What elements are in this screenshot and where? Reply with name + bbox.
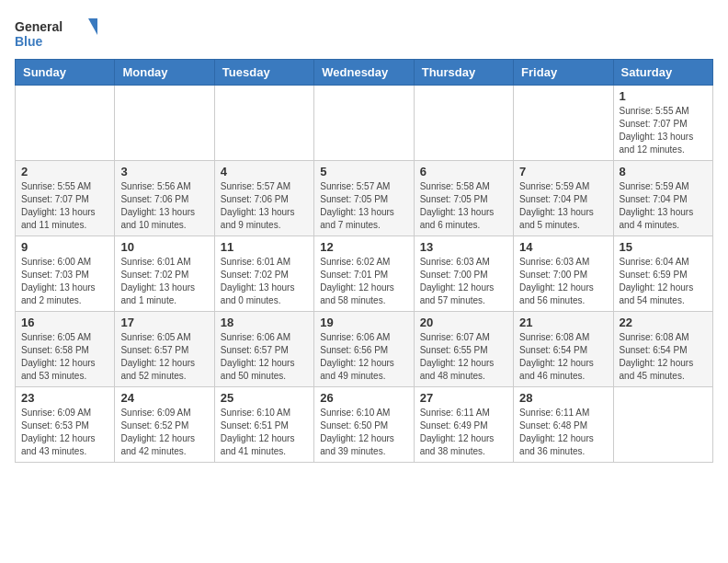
calendar-cell: 5Sunrise: 5:57 AM Sunset: 7:05 PM Daylig… [314,161,414,236]
calendar-cell: 19Sunrise: 6:06 AM Sunset: 6:56 PM Dayli… [314,312,414,387]
day-info: Sunrise: 5:59 AM Sunset: 7:04 PM Dayligh… [519,180,607,232]
calendar-cell: 17Sunrise: 6:05 AM Sunset: 6:57 PM Dayli… [115,312,214,387]
calendar-cell: 14Sunrise: 6:03 AM Sunset: 7:00 PM Dayli… [514,236,613,312]
calendar-cell: 4Sunrise: 5:57 AM Sunset: 7:06 PM Daylig… [214,161,313,236]
day-info: Sunrise: 6:01 AM Sunset: 7:02 PM Dayligh… [221,256,308,307]
day-number: 24 [120,391,208,405]
calendar-cell: 26Sunrise: 6:10 AM Sunset: 6:50 PM Dayli… [314,387,414,463]
day-number: 25 [221,391,308,405]
logo: General Blue [15,15,97,52]
day-info: Sunrise: 5:57 AM Sunset: 7:05 PM Dayligh… [320,180,407,232]
calendar-cell: 18Sunrise: 6:06 AM Sunset: 6:57 PM Dayli… [214,312,313,387]
day-info: Sunrise: 5:55 AM Sunset: 7:07 PM Dayligh… [21,180,108,232]
day-info: Sunrise: 6:11 AM Sunset: 6:48 PM Dayligh… [519,407,607,458]
day-info: Sunrise: 6:03 AM Sunset: 7:00 PM Dayligh… [420,256,507,307]
calendar-cell: 10Sunrise: 6:01 AM Sunset: 7:02 PM Dayli… [115,236,214,312]
weekday-header-tuesday: Tuesday [214,60,313,86]
day-number: 7 [519,165,607,178]
calendar-cell: 7Sunrise: 5:59 AM Sunset: 7:04 PM Daylig… [514,161,613,236]
day-number: 19 [320,316,407,329]
svg-marker-2 [88,18,97,35]
calendar-cell: 9Sunrise: 6:00 AM Sunset: 7:03 PM Daylig… [16,236,115,312]
day-info: Sunrise: 6:08 AM Sunset: 6:54 PM Dayligh… [519,331,607,383]
svg-text:General: General [15,19,63,34]
logo-svg: General Blue [15,15,97,52]
calendar-cell: 16Sunrise: 6:05 AM Sunset: 6:58 PM Dayli… [16,312,115,387]
calendar-cell [214,86,313,161]
day-info: Sunrise: 5:55 AM Sunset: 7:07 PM Dayligh… [620,105,707,156]
day-number: 3 [120,165,208,178]
day-info: Sunrise: 5:57 AM Sunset: 7:06 PM Dayligh… [221,180,308,232]
calendar-cell: 8Sunrise: 5:59 AM Sunset: 7:04 PM Daylig… [613,161,712,236]
day-number: 22 [620,316,707,329]
day-info: Sunrise: 6:05 AM Sunset: 6:57 PM Dayligh… [120,331,208,383]
calendar-cell [514,86,613,161]
day-number: 13 [420,240,507,254]
calendar-cell: 21Sunrise: 6:08 AM Sunset: 6:54 PM Dayli… [514,312,613,387]
day-info: Sunrise: 6:02 AM Sunset: 7:01 PM Dayligh… [320,256,407,307]
calendar-cell: 22Sunrise: 6:08 AM Sunset: 6:54 PM Dayli… [613,312,712,387]
calendar-cell [115,86,214,161]
calendar-cell: 3Sunrise: 5:56 AM Sunset: 7:06 PM Daylig… [115,161,214,236]
day-info: Sunrise: 5:56 AM Sunset: 7:06 PM Dayligh… [120,180,208,232]
calendar-cell [314,86,414,161]
calendar-cell: 24Sunrise: 6:09 AM Sunset: 6:52 PM Dayli… [115,387,214,463]
day-number: 15 [620,240,707,254]
day-info: Sunrise: 6:06 AM Sunset: 6:56 PM Dayligh… [320,331,407,383]
calendar-cell [16,86,115,161]
week-row-4: 16Sunrise: 6:05 AM Sunset: 6:58 PM Dayli… [16,312,713,387]
day-number: 4 [221,165,308,178]
week-row-3: 9Sunrise: 6:00 AM Sunset: 7:03 PM Daylig… [16,236,713,312]
day-info: Sunrise: 5:59 AM Sunset: 7:04 PM Dayligh… [620,180,707,232]
calendar-cell: 27Sunrise: 6:11 AM Sunset: 6:49 PM Dayli… [414,387,513,463]
svg-text:Blue: Blue [15,34,43,49]
day-info: Sunrise: 6:11 AM Sunset: 6:49 PM Dayligh… [420,407,507,458]
calendar-cell: 11Sunrise: 6:01 AM Sunset: 7:02 PM Dayli… [214,236,313,312]
day-number: 28 [519,391,607,405]
weekday-header-wednesday: Wednesday [314,60,414,86]
day-info: Sunrise: 6:09 AM Sunset: 6:52 PM Dayligh… [120,407,208,458]
day-number: 18 [221,316,308,329]
page-header: General Blue [15,15,713,52]
calendar-cell: 6Sunrise: 5:58 AM Sunset: 7:05 PM Daylig… [414,161,513,236]
day-info: Sunrise: 6:08 AM Sunset: 6:54 PM Dayligh… [620,331,707,383]
weekday-header-sunday: Sunday [16,60,115,86]
day-number: 6 [420,165,507,178]
day-info: Sunrise: 6:09 AM Sunset: 6:53 PM Dayligh… [21,407,108,458]
day-number: 20 [420,316,507,329]
day-number: 8 [620,165,707,178]
calendar-cell: 12Sunrise: 6:02 AM Sunset: 7:01 PM Dayli… [314,236,414,312]
calendar-cell: 23Sunrise: 6:09 AM Sunset: 6:53 PM Dayli… [16,387,115,463]
day-number: 1 [620,89,707,103]
day-number: 11 [221,240,308,254]
day-info: Sunrise: 6:05 AM Sunset: 6:58 PM Dayligh… [21,331,108,383]
day-info: Sunrise: 6:00 AM Sunset: 7:03 PM Dayligh… [21,256,108,307]
weekday-header-monday: Monday [115,60,214,86]
day-number: 5 [320,165,407,178]
day-info: Sunrise: 6:06 AM Sunset: 6:57 PM Dayligh… [221,331,308,383]
calendar-cell: 25Sunrise: 6:10 AM Sunset: 6:51 PM Dayli… [214,387,313,463]
day-info: Sunrise: 6:10 AM Sunset: 6:50 PM Dayligh… [320,407,407,458]
day-info: Sunrise: 6:07 AM Sunset: 6:55 PM Dayligh… [420,331,507,383]
weekday-header-friday: Friday [514,60,613,86]
day-info: Sunrise: 5:58 AM Sunset: 7:05 PM Dayligh… [420,180,507,232]
day-info: Sunrise: 6:04 AM Sunset: 6:59 PM Dayligh… [620,256,707,307]
day-number: 26 [320,391,407,405]
day-number: 12 [320,240,407,254]
calendar-table: SundayMondayTuesdayWednesdayThursdayFrid… [15,59,713,463]
day-info: Sunrise: 6:03 AM Sunset: 7:00 PM Dayligh… [519,256,607,307]
day-number: 27 [420,391,507,405]
calendar-cell [414,86,513,161]
day-number: 21 [519,316,607,329]
calendar-cell: 1Sunrise: 5:55 AM Sunset: 7:07 PM Daylig… [613,86,712,161]
weekday-header-saturday: Saturday [613,60,712,86]
week-row-1: 1Sunrise: 5:55 AM Sunset: 7:07 PM Daylig… [16,86,713,161]
week-row-5: 23Sunrise: 6:09 AM Sunset: 6:53 PM Dayli… [16,387,713,463]
weekday-header-thursday: Thursday [414,60,513,86]
day-info: Sunrise: 6:10 AM Sunset: 6:51 PM Dayligh… [221,407,308,458]
calendar-cell: 13Sunrise: 6:03 AM Sunset: 7:00 PM Dayli… [414,236,513,312]
day-number: 17 [120,316,208,329]
day-info: Sunrise: 6:01 AM Sunset: 7:02 PM Dayligh… [120,256,208,307]
day-number: 2 [21,165,108,178]
day-number: 16 [21,316,108,329]
